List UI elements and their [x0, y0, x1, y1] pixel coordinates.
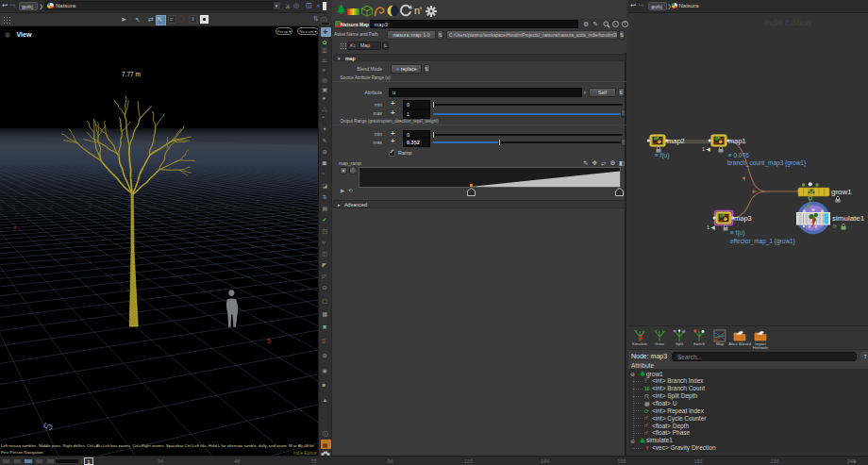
svg-text:x: x [13, 224, 16, 230]
svg-text:5: 5 [267, 338, 271, 344]
svg-text:5: 5 [41, 421, 57, 433]
